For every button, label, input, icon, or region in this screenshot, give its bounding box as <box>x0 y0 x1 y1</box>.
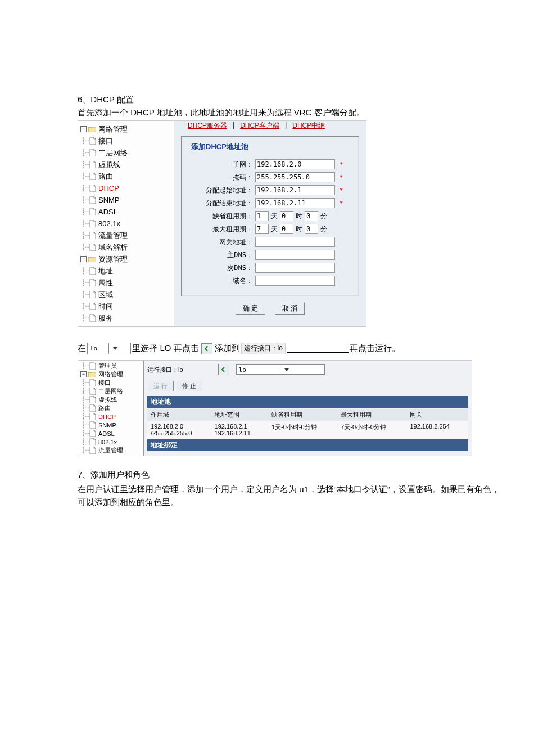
tab-dhcp-server[interactable]: DHCP服务器 <box>188 121 227 130</box>
tree-label: 流量管理 <box>98 231 128 241</box>
label-mask: 掩码： <box>185 173 253 182</box>
input-default-lease-mins[interactable] <box>305 211 318 221</box>
tree-item[interactable]: ┊┈802.1x <box>78 218 174 230</box>
tree-item[interactable]: ┊┈DHCP <box>78 412 143 421</box>
file-icon <box>89 279 96 286</box>
arrow-left-icon[interactable] <box>201 343 212 354</box>
tree-item[interactable]: ┊┈服务 <box>78 312 174 324</box>
chevron-down-icon[interactable] <box>280 368 324 371</box>
tree-label: 时间 <box>98 302 113 312</box>
address-pool-table: 作用域地址范围缺省租用期最大租用期网关 192.168.2.0 /255.255… <box>147 409 468 438</box>
tree-label: SNMP <box>98 422 116 429</box>
tree-item[interactable]: ┊┈属性 <box>78 277 174 289</box>
tree-item[interactable]: ┊┈虚拟线 <box>78 395 143 404</box>
table-row[interactable]: 192.168.2.0 /255.255.255.0 192.168.2.1- … <box>147 421 468 439</box>
tree-item[interactable]: ┊┈时间 <box>78 300 174 312</box>
tree-label: 管理员 <box>98 362 117 370</box>
label-gateway: 网关地址： <box>185 237 253 247</box>
tree-folder-network[interactable]: − 网络管理 <box>78 123 174 135</box>
address-binding-heading: 地址绑定 <box>147 439 468 451</box>
address-pool-heading: 地址池 <box>147 396 468 408</box>
tree-item[interactable]: ┊┈SNMP <box>78 194 174 206</box>
tree-label: 域名解析 <box>98 242 128 253</box>
input-gateway[interactable] <box>255 237 335 247</box>
label-primary-dns: 主DNS： <box>185 250 253 260</box>
tree-item[interactable]: ┊┈接口 <box>78 135 174 147</box>
input-max-lease-mins[interactable] <box>305 224 318 234</box>
section-6-title: 6、DHCP 配置 <box>78 94 500 105</box>
tree-item[interactable]: ┊┈虚拟线 <box>78 159 174 170</box>
label-secondary-dns: 次DNS： <box>185 263 253 273</box>
tree-label: SNMP <box>98 196 120 204</box>
file-icon <box>89 137 96 145</box>
table-header: 缺省租用期 <box>268 409 337 421</box>
cancel-button[interactable]: 取 消 <box>275 302 305 315</box>
file-icon <box>89 196 96 204</box>
unit-day: 天 <box>271 224 278 234</box>
tree-label: 802.1x <box>98 219 120 228</box>
input-primary-dns[interactable] <box>255 250 335 260</box>
dhcp-tabs: DHCP服务器 | DHCP客户端 | DHCP中继 <box>174 121 366 130</box>
tree-item[interactable]: ┊┈接口 <box>78 379 143 387</box>
folder-icon <box>88 256 96 262</box>
interface-combobox[interactable]: lo <box>87 343 131 354</box>
tree-label: 接口 <box>98 136 113 146</box>
input-end-addr[interactable] <box>255 198 335 208</box>
tree-label: 802.1x <box>98 439 117 446</box>
ok-button[interactable]: 确 定 <box>236 302 265 315</box>
tree-item[interactable]: ┊┈路由 <box>78 404 143 412</box>
file-icon <box>89 388 96 395</box>
tree-item[interactable]: ┊┈流量管理 <box>78 230 174 241</box>
tree-item[interactable]: ┊┈流量管理 <box>78 446 143 454</box>
tree-folder-network-small[interactable]: − 网络管理 <box>78 370 143 379</box>
interface-combobox-small[interactable]: lo <box>236 364 325 375</box>
input-subnet[interactable] <box>255 159 335 169</box>
unit-hour: 时 <box>296 224 302 234</box>
inline-instruction: 在 lo 里选择 LO 再点击 添加到 运行接口：lo 再点击运行。 <box>78 343 500 354</box>
tree-label: ADSL <box>98 430 115 437</box>
tab-dhcp-relay[interactable]: DHCP中继 <box>292 121 325 130</box>
file-icon <box>89 184 96 192</box>
file-icon <box>89 232 96 239</box>
tree-item[interactable]: ┊┈SNMP <box>78 421 143 429</box>
arrow-left-icon[interactable] <box>218 364 229 375</box>
file-icon <box>89 149 96 156</box>
stop-button[interactable]: 停 止 <box>176 381 202 392</box>
tree-item[interactable]: ┊┈ADSL <box>78 429 143 438</box>
tree-item[interactable]: ┊┈DHCP <box>78 182 174 194</box>
input-domain[interactable] <box>255 276 335 286</box>
unit-min: 分 <box>320 224 327 234</box>
tab-dhcp-client[interactable]: DHCP客户端 <box>240 121 279 130</box>
tree-item[interactable]: ┊┈二层网络 <box>78 387 143 395</box>
cell-range: 192.168.2.1- 192.168.2.11 <box>211 421 268 439</box>
required-mark: * <box>340 199 343 208</box>
folder-icon <box>88 371 96 377</box>
input-max-lease-hours[interactable] <box>280 224 293 234</box>
collapse-icon[interactable]: − <box>80 126 87 132</box>
tree-item[interactable]: ┊┈802.1x <box>78 438 143 446</box>
tree-item[interactable]: ┊┈二层网络 <box>78 147 174 159</box>
tree-folder-resource[interactable]: − 资源管理 <box>78 253 174 265</box>
collapse-icon[interactable]: − <box>80 371 87 377</box>
run-button[interactable]: 运 行 <box>147 381 174 392</box>
tree-item[interactable]: ┊┈ADSL <box>78 206 174 218</box>
input-secondary-dns[interactable] <box>255 263 335 273</box>
inline-text: 添加到 <box>215 343 240 354</box>
unit-day: 天 <box>271 212 278 221</box>
collapse-icon[interactable]: − <box>80 256 87 262</box>
input-start-addr[interactable] <box>255 185 335 195</box>
input-max-lease-days[interactable] <box>255 224 269 234</box>
tree-label: 虚拟线 <box>98 395 117 404</box>
tree-item[interactable]: ┊┈ 管理员 <box>78 362 143 370</box>
tree-item[interactable]: ┊┈路由 <box>78 170 174 182</box>
input-mask[interactable] <box>255 172 335 182</box>
tree-item[interactable]: ┊┈域名解析 <box>78 241 174 253</box>
tree-item[interactable]: ┊┈区域 <box>78 289 174 300</box>
tree-item[interactable]: ┊┈地址 <box>78 265 174 277</box>
form-title: 添加DHCP地址池 <box>185 142 358 158</box>
input-default-lease-days[interactable] <box>255 211 269 221</box>
input-default-lease-hours[interactable] <box>280 211 293 221</box>
label-domain: 域名： <box>185 276 253 286</box>
combobox-value: lo <box>237 366 280 374</box>
chevron-down-icon[interactable] <box>108 343 130 354</box>
